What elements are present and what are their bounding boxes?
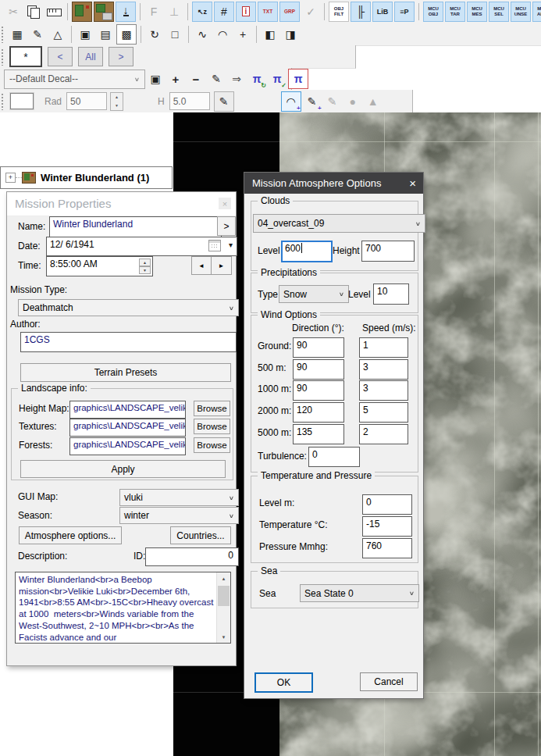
image-spheres-icon[interactable]: ▣ [76, 25, 94, 44]
close-icon[interactable]: × [409, 177, 416, 189]
page-next-button[interactable]: > [109, 47, 133, 66]
filter-star-button[interactable]: * [9, 46, 42, 67]
decal-select[interactable]: --Default Decal-- ∨ [4, 70, 145, 89]
text-labels-icon[interactable]: TXT [258, 2, 278, 22]
turbulence-input[interactable]: 0 [308, 447, 360, 467]
check-icon[interactable]: ✓ [301, 2, 320, 21]
mission-type-select[interactable]: Deathmatch ∨ [18, 299, 239, 316]
polyline-add-icon[interactable]: ∿ [193, 25, 212, 44]
wind-speed-input[interactable]: 3 [359, 359, 408, 380]
landscape-path-input[interactable]: graphics\LANDSCAPE_veliki [69, 419, 186, 437]
browse-button[interactable]: Browse [194, 401, 230, 416]
terrain-presets-button[interactable]: Terrain Presets [20, 363, 231, 382]
mcu-mes-button[interactable]: MCUMES [467, 2, 487, 22]
import-heightmap-icon[interactable]: ↓ [116, 2, 136, 22]
tree-expander[interactable]: + [5, 173, 16, 183]
decal-export-button[interactable]: ⇒ [227, 70, 246, 88]
browse-button[interactable]: Browse [194, 419, 230, 434]
curve-add-icon[interactable]: ◠+ [281, 91, 301, 112]
landscape-path-input[interactable]: graphics\LANDSCAPE_veliki [69, 437, 186, 455]
cone-icon[interactable]: ▲ [364, 92, 383, 111]
time-next-button[interactable]: ► [211, 256, 232, 275]
radius-stepper[interactable]: ▲ ▼ [110, 92, 123, 111]
mission-tree-item[interactable]: + Winter Blunderland (1) [0, 166, 173, 189]
group-labels-icon[interactable]: GRP [279, 2, 300, 22]
terrain-tool-add-icon[interactable]: ✎ [28, 25, 47, 44]
wind-direction-input[interactable]: 135 [293, 424, 344, 444]
decal-add-button[interactable]: + [166, 70, 185, 88]
font-tool-icon[interactable]: F [144, 2, 163, 21]
name-input[interactable]: Winter Blunderland [49, 216, 222, 237]
puzzle-right-icon[interactable]: ◨ [281, 25, 300, 44]
atmosphere-titlebar[interactable]: Mission Atmosphere Options × [244, 173, 423, 194]
countries-button[interactable]: Countries... [170, 526, 231, 544]
decal-pi-box-button[interactable]: π [288, 69, 308, 89]
wind-direction-input[interactable]: 90 [293, 337, 344, 358]
checker-large-icon[interactable]: ▩ [116, 24, 137, 45]
wind-direction-input[interactable]: 120 [293, 402, 344, 423]
wind-direction-input[interactable]: 90 [293, 380, 344, 401]
page-all-button[interactable]: All [78, 47, 103, 66]
spinner-down-icon[interactable]: ▼ [111, 102, 123, 110]
puzzle-left-icon[interactable]: ◧ [261, 25, 279, 44]
time-stepper[interactable]: ▲ ▼ [139, 259, 151, 274]
spinner-up-icon[interactable]: ▲ [111, 93, 123, 102]
radius-input[interactable]: 50 [66, 92, 107, 110]
clouds-preset-select[interactable]: 04_overcast_09 ∨ [253, 214, 425, 233]
toolbar-grip[interactable] [1, 48, 5, 66]
decal-pick-button[interactable]: ✎ [207, 70, 226, 88]
close-icon[interactable]: × [219, 198, 231, 209]
measure-icon[interactable] [44, 2, 63, 21]
browse-button[interactable]: Browse [194, 437, 230, 453]
season-select[interactable]: winter ∨ [119, 507, 239, 524]
decal-pi-reload-button[interactable]: π↻ [247, 70, 266, 88]
description-scrollbar[interactable]: ▲ ▼ [216, 572, 230, 643]
mcu-unse-button[interactable]: MCUUNSE [511, 2, 531, 22]
scroll-down-icon[interactable]: ▼ [217, 631, 230, 643]
wind-speed-input[interactable]: 2 [359, 424, 408, 444]
cancel-button[interactable]: Cancel [360, 672, 418, 691]
list-properties-button[interactable]: ≡P [394, 2, 415, 22]
date-dropdown-icon[interactable]: ▾ [229, 241, 233, 249]
decal-pi-check-button[interactable]: π✓ [268, 70, 287, 88]
height-input[interactable]: 5.0 [169, 92, 210, 110]
toolbar-grip[interactable] [1, 93, 5, 110]
image-curve-icon[interactable]: ▤ [96, 25, 115, 44]
time-input[interactable]: 8:55:00 AM ▲ ▼ [46, 256, 153, 276]
rotate-icon[interactable]: ↻ [145, 25, 164, 44]
cross-add-icon[interactable]: + [233, 25, 252, 44]
temperature-row-input[interactable]: -15 [362, 516, 412, 537]
scroll-up-icon[interactable]: ▲ [217, 572, 230, 584]
apply-button[interactable]: Apply [20, 460, 226, 478]
mcu-obj-button[interactable]: MCUOBJ [423, 2, 443, 22]
hierarchy-icon[interactable]: ╟ [351, 2, 371, 22]
wind-speed-input[interactable]: 1 [359, 337, 408, 358]
date-input[interactable]: 12/ 6/1941 ▾ [46, 237, 237, 256]
object-info-icon[interactable]: i [236, 2, 256, 22]
atmosphere-options-button[interactable]: Atmosphere options... [19, 526, 122, 544]
landscape-path-input[interactable]: graphics\LANDSCAPE_veliki [69, 401, 186, 419]
name-more-button[interactable]: > [217, 216, 236, 236]
brush-color-chip[interactable] [10, 93, 34, 109]
decal-picture-button[interactable]: ▣ [146, 70, 165, 88]
sea-state-select[interactable]: Sea State 0 ∨ [300, 584, 419, 602]
arc-add-icon[interactable]: ◠ [213, 25, 232, 44]
temperature-row-input[interactable]: 0 [362, 494, 412, 515]
cloud-height-input[interactable]: 700 [361, 241, 415, 262]
precip-type-select[interactable]: Snow ∨ [279, 285, 349, 303]
author-input[interactable]: 1CGS [20, 332, 237, 352]
description-textarea[interactable]: Winter Blunderland<br>a Beebop mission<b… [15, 572, 231, 644]
page-prev-button[interactable]: < [48, 47, 73, 66]
precip-level-input[interactable]: 10 [373, 284, 409, 305]
node-add-icon[interactable]: △ [48, 25, 67, 44]
cloud-level-input[interactable]: 600 [281, 241, 333, 262]
wind-speed-input[interactable]: 3 [359, 380, 408, 401]
temperature-row-input[interactable]: 760 [362, 538, 412, 558]
decal-remove-button[interactable]: − [187, 70, 205, 88]
library-button[interactable]: LiB [372, 2, 393, 22]
landscape-tile-icon[interactable] [72, 2, 92, 22]
ok-button[interactable]: OK [254, 672, 313, 693]
grid-overlay-icon[interactable]: # [214, 2, 234, 22]
sort-order-icon[interactable]: ↖z [192, 2, 212, 22]
landscape-paint-icon[interactable] [94, 2, 114, 22]
